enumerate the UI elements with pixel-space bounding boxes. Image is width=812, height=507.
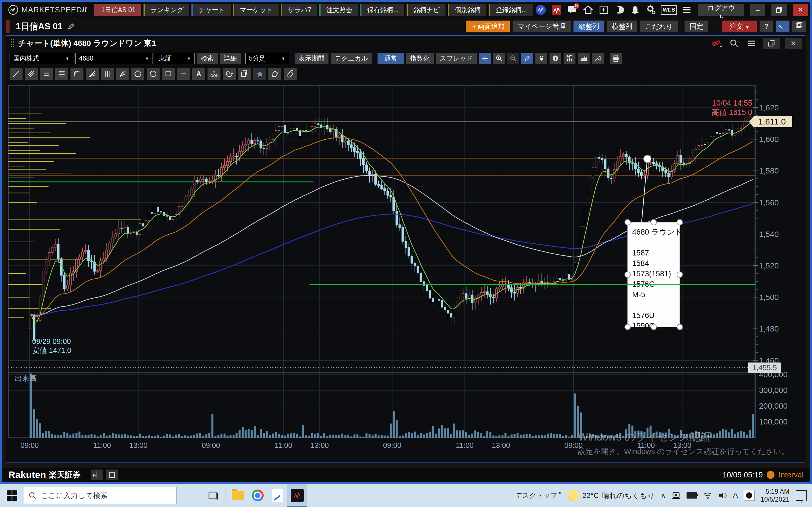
tray-device-icon[interactable]	[671, 491, 681, 500]
draw-tool-rectangle-icon[interactable]	[162, 68, 175, 80]
mountain-chart-icon[interactable]	[578, 53, 590, 64]
price-volume-chart[interactable]: 09:0011:0013:0009:0011:0013:0009:0011:00…	[8, 84, 797, 462]
tray-chevron-icon[interactable]: ∧	[661, 492, 666, 499]
draw-tool-eraser-all-icon[interactable]	[284, 68, 297, 80]
draw-tool-h-segment-icon[interactable]	[177, 68, 190, 80]
file-explorer-icon[interactable]	[228, 484, 248, 507]
logout-button[interactable]: ログアウト	[698, 4, 744, 16]
chevron-expand-icon[interactable]: »	[559, 490, 562, 496]
chart-titlebar[interactable]: チャート(単体) 4680 ラウンドワン 東1 1 ✕	[6, 36, 805, 51]
chart-close-icon[interactable]: ✕	[785, 38, 802, 49]
menu-tab-8[interactable]: 個別銘柄	[448, 4, 486, 16]
draw-tool-text-a-icon[interactable]: A	[192, 68, 205, 80]
edit-pencil-icon[interactable]	[67, 22, 75, 31]
restore-button[interactable]	[771, 4, 786, 16]
crosshair-plus-icon[interactable]	[479, 53, 491, 64]
technical-button[interactable]: テクニカル	[331, 53, 372, 64]
editor-app-icon[interactable]	[267, 484, 287, 507]
vertical-align-button[interactable]: 縦整列	[573, 20, 604, 33]
weather-widget[interactable]: 22°C 晴れのちくもり	[568, 490, 655, 501]
taskbar-clock[interactable]: 5:19 AM 10/5/2021	[761, 488, 790, 503]
fixed-button[interactable]: 固定	[684, 20, 708, 33]
chart-plot-area[interactable]: 09:0011:0013:0009:0011:0013:0009:0011:00…	[6, 82, 805, 462]
speaker-icon[interactable]	[718, 492, 727, 499]
symbol-code-select[interactable]: 4680▼	[75, 53, 153, 64]
hamburger-menu-icon[interactable]	[681, 4, 693, 16]
order-button[interactable]: 注文 ▼	[722, 20, 757, 33]
draw-tool-hatched-line-icon[interactable]	[25, 68, 38, 80]
menu-tab-2[interactable]: チャート	[192, 4, 231, 16]
app-circle-icon[interactable]	[535, 4, 547, 16]
collapse-toolbar-button[interactable]: ▸▏	[91, 469, 103, 480]
period-button[interactable]: 表示期間	[295, 53, 328, 64]
battery-icon[interactable]	[687, 492, 697, 499]
timeframe-select[interactable]: 5分足▼	[245, 53, 289, 64]
task-view-icon[interactable]	[204, 484, 223, 507]
kodawari-button[interactable]: こだわり	[640, 20, 678, 33]
menu-tab-4[interactable]: ザラバ7	[281, 4, 317, 16]
draw-tool-trend-line-icon[interactable]	[10, 68, 22, 80]
menu-tab-6[interactable]: 保有銘柄...	[360, 4, 404, 16]
ime-language-icon[interactable]: A	[733, 491, 738, 500]
draw-tool-ellipse-icon[interactable]	[147, 68, 160, 80]
menu-tab-9[interactable]: 登録銘柄...	[489, 4, 532, 16]
contrast-icon[interactable]	[613, 4, 625, 16]
web-icon[interactable]: WEB	[661, 5, 677, 15]
desktop-toolbar[interactable]: デスクトップ »	[515, 491, 561, 500]
print-icon[interactable]	[610, 53, 622, 64]
draw-pencil-icon[interactable]	[521, 53, 533, 64]
mypage-manage-button[interactable]: マイページ管理	[513, 20, 571, 33]
start-button[interactable]	[0, 484, 24, 507]
wrench-settings-icon[interactable]	[592, 53, 604, 64]
window-menu-icon[interactable]	[746, 38, 758, 49]
marketspeed-taskbar-icon[interactable]	[287, 484, 307, 507]
menu-tab-3[interactable]: マーケット	[233, 4, 278, 16]
draw-tool-copy-object-icon[interactable]	[238, 68, 251, 80]
ime-mode-icon[interactable]	[744, 490, 755, 501]
horizontal-align-button[interactable]: 横整列	[607, 20, 637, 33]
menu-tab-1[interactable]: ランキング	[144, 4, 190, 16]
exchange-select[interactable]: 東証▼	[155, 53, 195, 64]
draw-tool-pentagon-icon[interactable]	[132, 68, 144, 80]
draw-tool-fibonacci-arcs-icon[interactable]	[70, 68, 84, 80]
settings-gear-icon[interactable]	[645, 4, 657, 16]
chart-restore-icon[interactable]	[763, 38, 780, 49]
notifications-chat-icon[interactable]: ! N	[566, 4, 578, 16]
bell-icon[interactable]	[629, 4, 641, 16]
action-center-icon[interactable]	[796, 490, 807, 501]
draw-tool-h-lines-4-icon[interactable]	[55, 68, 68, 80]
home-icon[interactable]	[582, 4, 594, 16]
pane-toggle-button[interactable]	[106, 469, 118, 480]
panes-button[interactable]	[792, 20, 806, 33]
search-icon[interactable]	[728, 38, 741, 49]
menu-tab-0[interactable]: 1日信AS 01	[94, 4, 141, 16]
link-group-icon[interactable]: 1	[711, 38, 723, 49]
draw-tool-h-lines-3-icon[interactable]	[40, 68, 53, 80]
draw-tool-fan-lines-icon[interactable]	[86, 68, 99, 80]
popout-arrow-button[interactable]: ↖_	[776, 20, 790, 33]
yen-scale-icon[interactable]: ¥	[536, 53, 547, 64]
info-icon[interactable]: i	[550, 53, 561, 64]
detail-button[interactable]: 詳細	[220, 53, 241, 64]
chrome-icon[interactable]	[248, 484, 267, 507]
menu-tab-7[interactable]: 銘柄ナビ	[407, 4, 446, 16]
zoom-in-icon[interactable]	[493, 53, 505, 64]
zoom-out-icon[interactable]	[507, 53, 519, 64]
normal-mode-button[interactable]: 通常	[377, 53, 404, 64]
wifi-icon[interactable]	[703, 492, 712, 499]
close-button[interactable]: ✕	[793, 4, 808, 16]
indexed-mode-button[interactable]: 指数化	[406, 53, 434, 64]
menu-tab-5[interactable]: 注文照会	[319, 4, 358, 16]
draw-tool-eraser-icon[interactable]	[268, 68, 282, 80]
draw-tool-hand-drag-icon[interactable]	[253, 68, 266, 80]
minimize-button[interactable]: –	[750, 4, 765, 16]
my-chart-icon[interactable]: MY	[564, 53, 575, 64]
chart-app-icon[interactable]	[551, 4, 562, 16]
draw-tool-ray-lines-icon[interactable]	[116, 68, 129, 80]
add-window-icon[interactable]	[598, 4, 610, 16]
draw-tool-time-cycle-icon[interactable]	[223, 68, 236, 80]
spread-mode-button[interactable]: スプレッド	[436, 53, 477, 64]
search-button[interactable]: 検索	[197, 53, 218, 64]
drag-grip-icon[interactable]	[10, 39, 15, 48]
draw-tool-v-lines-icon[interactable]	[101, 68, 114, 80]
